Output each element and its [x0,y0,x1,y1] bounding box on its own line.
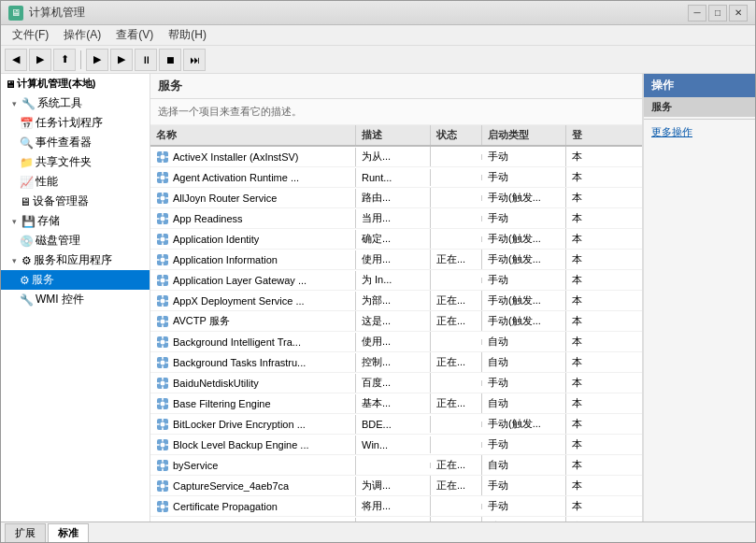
table-row[interactable]: Background Tasks Infrastru...控制...正在...自… [150,352,642,373]
toolbar-up[interactable]: ⬆ [53,49,76,71]
actions-sub-header: 服务 [644,97,755,117]
tree-item-label: WMI 控件 [36,292,84,307]
service-status [431,154,482,160]
service-name: Application Identity [173,234,259,245]
tree-item-label: 共享文件夹 [36,154,92,170]
tree-item-label: 系统工具 [37,95,82,111]
table-row[interactable]: byService正在...自动本 [150,455,642,476]
svg-rect-2 [162,150,164,153]
menu-item-f[interactable]: 文件(F) [5,25,56,45]
menu-item-v[interactable]: 查看(V) [108,25,161,45]
disk-icon: 💿 [20,235,34,248]
table-row[interactable]: Block Level Backup Engine ...Win...手动本 [150,435,642,455]
service-startup: 自动 [482,393,566,413]
svg-rect-26 [162,233,164,236]
table-row[interactable]: ActiveX Installer (AxInstSV)为从...手动本 [150,147,642,167]
svg-point-31 [161,257,165,262]
svg-rect-15 [162,201,164,204]
toolbar-pause[interactable]: ⏸ [135,49,157,71]
svg-point-103 [161,504,165,508]
device-icon: 🖥 [20,195,31,208]
service-startup: 手动(触发... [482,188,566,207]
service-name: Certificate Propagation [173,501,278,512]
service-logon: 本 [566,250,594,269]
svg-rect-56 [162,336,164,338]
table-row[interactable]: Certificate Propagation将用...手动本 [150,496,642,517]
toolbar-stop[interactable]: ⏹ [159,49,181,71]
tree-system-tools[interactable]: ▾ 🔧 系统工具 [1,93,150,113]
svg-rect-89 [166,444,169,446]
service-name: ActiveX Installer (AxInstSV) [173,151,299,163]
svg-rect-68 [162,377,164,379]
title-bar-left: 🖥 计算机管理 [8,5,85,21]
service-icon [156,212,169,225]
service-desc: 将用... [356,496,431,516]
table-row[interactable]: App Readiness当用...手动本 [150,208,642,229]
tree-performance[interactable]: 📈 性能 [1,172,150,192]
service-status [431,236,482,242]
table-row[interactable]: Application Information使用...正在...手动(触发..… [150,250,642,270]
tree-device-manager[interactable]: 🖥 设备管理器 [1,192,150,211]
table-row[interactable]: AVCTP 服务这是...正在...手动(触发...本 [150,311,642,332]
tab-extended[interactable]: 扩展 [5,523,46,542]
toolbar-end[interactable]: ⏭ [183,49,206,71]
service-logon: 本 [566,414,594,434]
service-name: Background Tasks Infrastru... [173,357,306,368]
bottom-tabs: 扩展 标准 [1,522,755,542]
tree-root[interactable]: 🖥 计算机管理(本地) [1,74,150,93]
tree-wmi[interactable]: 🔧 WMI 控件 [1,290,150,309]
table-row[interactable]: Application Layer Gateway ...为 In...手动本 [150,270,642,291]
service-startup: 自动 [482,332,566,351]
svg-rect-3 [162,160,164,163]
toolbar-back[interactable]: ◀ [5,49,27,71]
col-header-logon: 登 [566,125,594,145]
svg-rect-63 [162,365,164,368]
table-row[interactable]: CaptureService_4aeb7ca为调...正在...手动本 [150,476,642,496]
tab-standard[interactable]: 标准 [48,523,89,542]
wmi-icon: 🔧 [20,293,34,307]
svg-rect-105 [162,509,164,512]
table-row[interactable]: Background Intelligent Tra...使用...自动本 [150,332,642,352]
maximize-button[interactable]: □ [708,5,727,21]
tree-services-apps[interactable]: ▾ ⚙ 服务和应用程序 [1,250,150,270]
svg-rect-17 [166,197,169,199]
tree-item-label: 事件查看器 [36,135,92,150]
table-row[interactable]: AllJoyn Router Service路由...手动(触发...本 [150,188,642,208]
tree-storage[interactable]: ▾ 💾 存储 [1,211,150,231]
tree-shared-folder[interactable]: 📁 共享文件夹 [1,152,150,172]
service-name: Background Intelligent Tra... [173,336,301,348]
service-desc: 为部... [356,291,431,310]
toolbar-play[interactable]: ▶ [86,49,108,71]
table-row[interactable]: Agent Activation Runtime ...Runt...手动本 [150,167,642,188]
tree-disk-management[interactable]: 💿 磁盘管理 [1,231,150,250]
service-status [431,380,482,386]
table-row[interactable]: BitLocker Drive Encryption ...BDE...手动(触… [150,414,642,435]
table-row[interactable]: Application Identity确定...手动(触发...本 [150,229,642,250]
tree-task-scheduler[interactable]: 📅 任务计划程序 [1,113,150,133]
service-status: 正在... [431,291,482,310]
close-button[interactable]: ✕ [729,5,748,21]
table-row[interactable]: AppX Deployment Service ...为部...正在...手动(… [150,291,642,311]
table-row[interactable]: BaiduNetdiskUtility百度...手动本 [150,373,642,393]
svg-rect-74 [162,397,164,400]
svg-point-19 [161,216,165,221]
toolbar-play2[interactable]: ▶ [110,49,133,71]
menu-item-h[interactable]: 帮助(H) [161,25,214,45]
service-status: 正在... [431,393,482,413]
svg-rect-98 [162,479,164,482]
service-desc [356,463,431,468]
svg-rect-57 [162,345,164,348]
minimize-button[interactable]: ─ [688,5,706,21]
tree-services[interactable]: ⚙ 服务 [1,270,150,290]
svg-rect-39 [162,283,164,286]
service-status: 正在... [431,455,482,475]
service-logon: 本 [566,188,594,207]
service-icon [156,150,169,164]
tree-event-viewer[interactable]: 🔍 事件查看器 [1,133,150,152]
menu-item-a[interactable]: 操作(A) [56,25,108,45]
table-row[interactable]: Base Filtering Engine基本...正在...自动本 [150,393,642,414]
service-desc: 为调... [356,476,431,495]
service-startup: 手动 [482,147,566,166]
more-actions-button[interactable]: 更多操作 [644,121,755,143]
toolbar-forward[interactable]: ▶ [29,49,51,71]
